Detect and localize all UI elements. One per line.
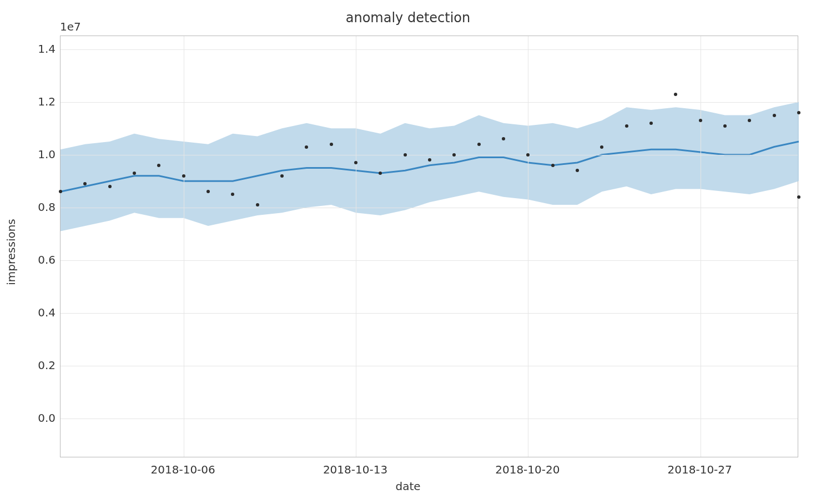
data-point [477,143,481,146]
data-point [108,185,112,188]
grid-line-vertical [528,36,528,457]
data-point [330,143,333,146]
data-point [256,203,259,206]
data-point [600,145,603,149]
x-tick-label: 2018-10-06 [151,463,215,476]
data-point [723,124,727,128]
y-tick-label: 0.4 [36,306,56,319]
grid-line-horizontal [61,366,798,366]
figure: anomaly detection 1e7 impressions date 2… [0,0,816,504]
grid-line-horizontal [61,49,798,50]
data-point [404,153,407,157]
grid-line-vertical [701,36,701,457]
y-tick-label: 0.0 [36,411,56,425]
data-point [797,195,800,199]
grid-line-horizontal [61,208,798,208]
data-point [551,164,555,167]
grid-line-horizontal [61,419,798,419]
data-point [674,93,677,96]
y-tick-label: 0.2 [36,359,56,372]
y-tick-label: 1.0 [36,148,56,161]
grid-line-horizontal [61,313,798,314]
data-point [280,174,284,178]
data-point [699,119,702,122]
y-tick-label: 0.6 [36,253,56,266]
data-point [625,124,628,128]
predicted-line [61,36,799,458]
predicted-line-path [61,142,799,191]
x-tick-label: 2018-10-20 [495,463,560,476]
data-point [182,174,185,178]
x-axis-label: date [0,480,816,493]
data-point [797,111,800,114]
grid-line-vertical [184,36,184,457]
y-tick-label: 1.4 [36,42,56,56]
y-tick-label: 1.2 [36,95,56,108]
y-axis-label: impressions [4,219,18,285]
plot-area [60,36,798,457]
chart-title: anomaly detection [0,10,816,26]
grid-line-horizontal [61,260,798,261]
data-point [133,172,136,175]
y-axis-offset-text: 1e7 [60,20,81,33]
grid-line-vertical [356,36,356,457]
data-point [354,161,357,164]
x-tick-label: 2018-10-13 [323,463,387,476]
data-point [773,114,776,117]
y-tick-label: 0.8 [36,200,56,214]
data-point [305,145,308,149]
x-tick-label: 2018-10-27 [668,463,732,476]
grid-line-horizontal [61,155,798,155]
data-point [649,122,653,125]
grid-line-horizontal [61,102,798,103]
